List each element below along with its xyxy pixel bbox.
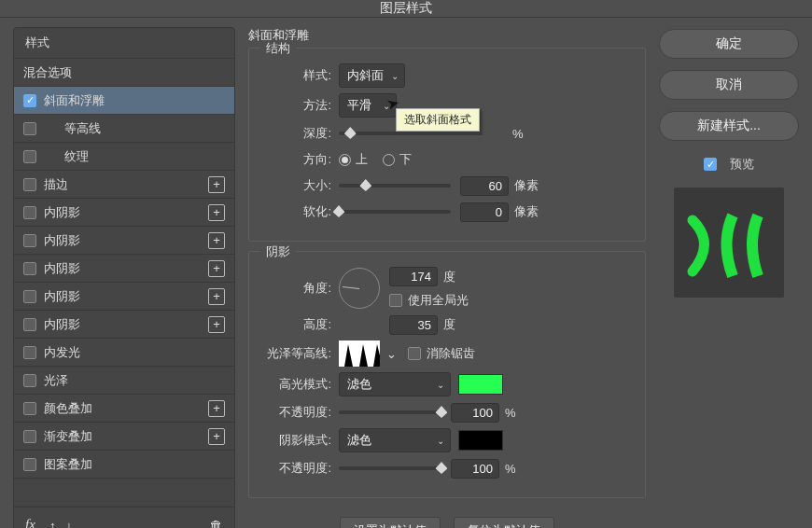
fx-icon[interactable]: fx▾ [25, 517, 40, 528]
angle-label: 角度: [262, 280, 331, 297]
chevron-down-icon: ⌄ [391, 71, 399, 81]
shadow-color-swatch[interactable] [458, 430, 503, 451]
technique-tooltip: 选取斜面格式 [396, 108, 480, 132]
effect-row-ishadow2[interactable]: 内阴影+ [14, 227, 234, 254]
effect-checkbox[interactable] [23, 94, 36, 107]
effect-checkbox[interactable] [23, 122, 36, 135]
style-select[interactable]: 内斜面 ⌄ [339, 63, 405, 88]
effect-checkbox[interactable] [23, 262, 36, 275]
depth-unit: % [512, 127, 524, 141]
effect-row-stroke[interactable]: 描边+ [14, 171, 234, 198]
effect-label: 图案叠加 [44, 456, 92, 473]
direction-up-radio[interactable] [339, 154, 351, 166]
effect-label: 内发光 [44, 344, 80, 361]
highlight-opacity-slider[interactable] [339, 410, 441, 414]
effect-checkbox[interactable] [23, 290, 36, 303]
effect-row-contour[interactable]: 等高线 [14, 115, 234, 142]
shadow-opacity-input[interactable]: 100 [451, 459, 499, 479]
panel-title: 斜面和浮雕 [248, 27, 646, 44]
shadow-mode-label: 阴影模式: [262, 432, 331, 449]
effect-row-coverlay[interactable]: 颜色叠加+ [14, 395, 234, 422]
effect-checkbox[interactable] [23, 206, 36, 219]
add-effect-icon[interactable]: + [208, 260, 225, 277]
direction-up-label: 上 [356, 151, 368, 168]
soften-label: 软化: [262, 203, 331, 220]
shading-group: 阴影 角度: 174 度 使用全局光 [248, 251, 646, 498]
add-effect-icon[interactable]: + [208, 204, 225, 221]
direction-label: 方向: [262, 151, 331, 168]
effect-row-goverlay[interactable]: 渐变叠加+ [14, 423, 234, 450]
effect-label: 内阴影 [44, 260, 80, 277]
highlight-color-swatch[interactable] [458, 374, 503, 395]
effect-checkbox[interactable] [23, 430, 36, 443]
preview-checkbox[interactable] [704, 158, 717, 171]
effect-checkbox[interactable] [23, 318, 36, 331]
effect-row-ishadow1[interactable]: 内阴影+ [14, 199, 234, 226]
anti-alias-checkbox[interactable] [408, 347, 421, 360]
depth-slider[interactable] [339, 132, 483, 135]
add-effect-icon[interactable]: + [208, 232, 225, 249]
add-effect-icon[interactable]: + [208, 428, 225, 445]
ok-button[interactable]: 确定 [659, 29, 799, 59]
effect-checkbox[interactable] [23, 402, 36, 415]
effect-row-satin[interactable]: 光泽 [14, 367, 234, 394]
highlight-opacity-label: 不透明度: [262, 404, 331, 421]
effect-row-texture[interactable]: 纹理 [14, 143, 234, 170]
gloss-contour-picker[interactable] [339, 340, 380, 367]
global-light-checkbox[interactable] [389, 294, 402, 307]
new-style-button[interactable]: 新建样式... [659, 111, 799, 141]
effect-row-ishadow3[interactable]: 内阴影+ [14, 255, 234, 282]
down-arrow-icon[interactable]: ↓ [65, 518, 73, 528]
effect-checkbox[interactable] [23, 346, 36, 359]
blending-options-row[interactable]: 混合选项 [14, 59, 234, 86]
structure-group: 结构 样式: 内斜面 ⌄ 方法: 平滑 ⌄ ➤ 选取斜面格式 [248, 48, 646, 242]
direction-down-radio[interactable] [383, 154, 395, 166]
reset-default-button[interactable]: 复位为默认值 [454, 517, 554, 528]
effects-list-panel: 样式 混合选项 斜面和浮雕等高线纹理描边+内阴影+内阴影+内阴影+内阴影+内阴影… [13, 27, 235, 528]
style-label: 样式: [262, 67, 331, 84]
up-arrow-icon[interactable]: ↑ [49, 518, 57, 528]
blending-options-label: 混合选项 [23, 64, 72, 81]
layer-style-dialog: 图层样式 样式 混合选项 斜面和浮雕等高线纹理描边+内阴影+内阴影+内阴影+内阴… [0, 0, 812, 528]
effect-checkbox[interactable] [23, 178, 36, 191]
effect-row-ishadow4[interactable]: 内阴影+ [14, 283, 234, 310]
effect-row-bevel[interactable]: 斜面和浮雕 [14, 87, 234, 114]
soften-slider[interactable] [339, 210, 451, 214]
effect-checkbox[interactable] [23, 458, 36, 471]
shadow-opacity-label: 不透明度: [262, 460, 331, 477]
cancel-button[interactable]: 取消 [659, 70, 799, 100]
effect-checkbox[interactable] [23, 234, 36, 247]
highlight-opacity-input[interactable]: 100 [451, 403, 499, 423]
highlight-mode-select[interactable]: 滤色 ⌄ [339, 372, 451, 396]
effect-label: 等高线 [64, 120, 101, 137]
percent-unit: % [505, 406, 516, 420]
size-input[interactable]: 60 [460, 176, 509, 196]
add-effect-icon[interactable]: + [208, 316, 225, 333]
add-effect-icon[interactable]: + [208, 288, 225, 305]
altitude-unit: 度 [443, 316, 455, 333]
effect-row-poverlay[interactable]: 图案叠加 [14, 451, 234, 478]
shadow-mode-select[interactable]: 滤色 ⌄ [339, 428, 451, 452]
effect-row-iglow[interactable]: 内发光 [14, 339, 234, 366]
anti-alias-label: 消除锯齿 [427, 345, 475, 362]
effect-label: 内阴影 [44, 204, 80, 221]
add-effect-icon[interactable]: + [208, 400, 225, 417]
chevron-down-icon[interactable]: ⌄ [386, 347, 397, 361]
set-default-button[interactable]: 设置为默认值 [340, 517, 441, 528]
effect-label: 纹理 [64, 148, 89, 165]
effect-checkbox[interactable] [23, 150, 36, 163]
angle-dial[interactable] [339, 268, 380, 309]
effect-row-ishadow5[interactable]: 内阴影+ [14, 311, 234, 338]
size-slider[interactable] [339, 184, 451, 188]
dialog-body: 样式 混合选项 斜面和浮雕等高线纹理描边+内阴影+内阴影+内阴影+内阴影+内阴影… [0, 18, 812, 528]
shading-group-title: 阴影 [260, 243, 296, 260]
preview-label: 预览 [730, 156, 754, 173]
trash-icon[interactable]: 🗑 [209, 518, 223, 528]
add-effect-icon[interactable]: + [208, 176, 225, 193]
soften-input[interactable]: 0 [460, 202, 509, 222]
effect-label: 内阴影 [44, 316, 80, 333]
shadow-opacity-slider[interactable] [339, 466, 441, 470]
effect-checkbox[interactable] [23, 374, 36, 387]
angle-input[interactable]: 174 [389, 267, 438, 286]
altitude-input[interactable]: 35 [389, 315, 438, 335]
